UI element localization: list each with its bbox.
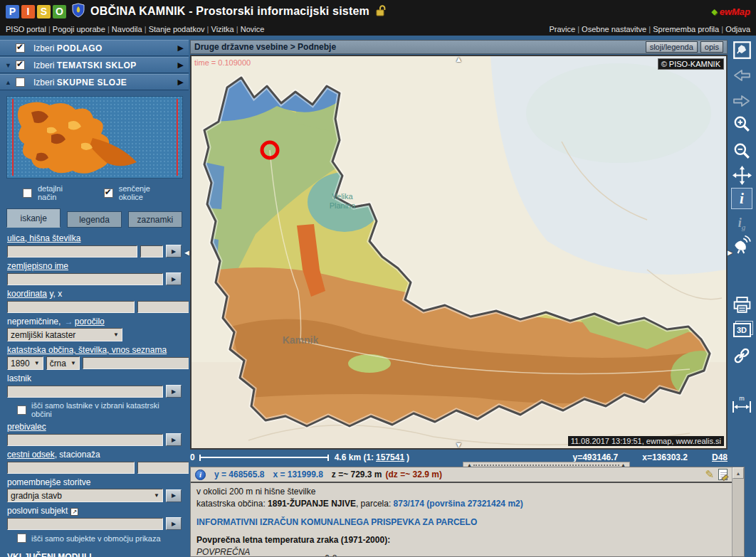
scale-denominator-link[interactable]: 157541 <box>376 452 404 462</box>
3d-view-button[interactable]: 3D <box>730 319 754 341</box>
splitter-handle[interactable] <box>473 465 619 466</box>
prebivalec-label[interactable]: prebivalec <box>7 422 182 432</box>
tematski-checkbox[interactable]: ✔ <box>16 60 25 70</box>
temperature-label: POVPREČNA TEMP. [°C]: <box>196 546 273 556</box>
search-form: ulica, hišna številka ▶ zemljepisno ime … <box>7 233 182 543</box>
pan-south-icon[interactable]: ▼ <box>455 441 463 449</box>
pan-west-icon[interactable]: ◄ <box>183 248 191 256</box>
zemljepisno-search-button[interactable]: ▶ <box>166 272 182 285</box>
select-arrow-icon: ▼ <box>149 492 159 499</box>
katastrska-barva-select[interactable]: črna▼ <box>46 356 80 370</box>
modules-title[interactable]: VKLJUČENI MODULI <box>7 552 182 557</box>
nav-pogoji-uporabe[interactable]: Pogoji uporabe <box>53 25 112 33</box>
storitve-search-button[interactable]: ▶ <box>166 489 182 502</box>
workspace: ✔ Izberi PODLAGO ▶ ▼ ✔ Izberi TEMATSKI S… <box>0 36 756 557</box>
nav-sprememba-profila[interactable]: Sprememba profila <box>653 25 725 33</box>
prebivalec-search-button[interactable]: ▶ <box>166 433 182 446</box>
storitve-select[interactable]: gradnja stavb▼ <box>7 489 163 502</box>
nav-piso-portal[interactable]: PISO portal <box>6 25 53 33</box>
report-icon[interactable] <box>718 469 728 480</box>
temperature-row: POVPREČNA TEMP. [°C]: 6-8 <box>196 546 726 556</box>
tab-iskanje[interactable]: iskanje <box>6 208 61 228</box>
temperature-section-title: Povprečna letna temperatura zraka (1971-… <box>196 534 726 546</box>
back-button[interactable] <box>730 64 754 87</box>
external-link-icon[interactable]: ↗ <box>70 508 78 516</box>
measure-tool-button[interactable]: m <box>730 396 754 418</box>
parcel-link[interactable]: 873/174 (površina 27321424 m2) <box>394 499 523 509</box>
accordion-podlago[interactable]: ✔ Izberi PODLAGO ▶ <box>0 40 189 56</box>
gps-tool-button[interactable] <box>730 233 754 256</box>
poslovni-subjekt-input[interactable] <box>7 518 163 530</box>
ulica-label[interactable]: ulica, hišna številka <box>7 233 182 243</box>
koordinata-x-input[interactable] <box>137 301 189 313</box>
zoom-in-button[interactable] <box>730 112 754 135</box>
open-tematski-icon[interactable]: ▶ <box>178 60 184 70</box>
nav-odjava[interactable]: Odjava <box>725 25 750 33</box>
lastnik-search-button[interactable]: ▶ <box>166 385 182 398</box>
tab-zaznamki[interactable]: zaznamki <box>128 211 182 228</box>
katastrska-label[interactable]: katastrska občina, številka, vnos seznam… <box>7 345 182 355</box>
map-viewport[interactable]: Velika Planina Kamnik time = 0.109000 © … <box>190 55 728 450</box>
sloji-legenda-button[interactable]: sloji/legenda <box>646 41 698 53</box>
koordinata-label: koordinata y, x <box>7 289 182 299</box>
nav-vizitka[interactable]: Vizitka <box>211 25 241 33</box>
accordion-title: TEMATSKI SKLOP <box>57 60 137 70</box>
identify-group-tool-button[interactable]: ig <box>730 212 754 235</box>
cestni-odsek-input[interactable] <box>7 462 135 474</box>
porocilo-link[interactable]: poročilo <box>75 317 105 327</box>
forward-button[interactable] <box>730 90 754 112</box>
nav-stanje-podatkov[interactable]: Stanje podatkov <box>149 25 211 33</box>
podlago-checkbox[interactable]: ✔ <box>16 43 25 53</box>
detajlni-nacin-checkbox[interactable] <box>23 189 32 198</box>
nepremicnine-select[interactable]: zemljiški kataster▼ <box>7 328 122 341</box>
collapse-icon[interactable]: ▼ <box>5 62 16 69</box>
zemljepisno-ime-input[interactable] <box>7 273 163 285</box>
full-extent-button[interactable] <box>730 38 754 61</box>
accordion-skupne-sloje[interactable]: ▲ Izberi SKUPNE SLOJE ▶ <box>0 74 189 90</box>
accordion-prefix: Izberi <box>33 60 54 70</box>
title-bar: P I S O OBČINA KAMNIK - Prostorski infor… <box>0 0 756 23</box>
print-button[interactable] <box>730 293 754 316</box>
ulica-input[interactable] <box>7 245 137 258</box>
open-skupne-icon[interactable]: ▶ <box>178 78 184 87</box>
pan-tool-button[interactable] <box>730 164 754 186</box>
accordion-tematski-sklop[interactable]: ▼ ✔ Izberi TEMATSKI SKLOP ▶ <box>0 57 189 73</box>
zemljepisno-ime-label[interactable]: zemljepisno ime <box>7 261 182 271</box>
lastnik-input[interactable] <box>7 386 163 398</box>
zoom-out-button[interactable] <box>730 139 754 162</box>
sencenje-okolice-checkbox[interactable]: ✔ <box>104 189 113 198</box>
subjekti-obmocje-checkbox[interactable] <box>17 534 26 543</box>
climate-map: Velika Planina Kamnik <box>191 56 726 448</box>
datum-link[interactable]: D48 <box>712 452 728 462</box>
edit-pencil-icon[interactable]: ✎ <box>705 468 714 481</box>
skupne-checkbox[interactable] <box>16 78 25 87</box>
nav-novice[interactable]: Novice <box>241 25 265 33</box>
poslovni-search-button[interactable]: ▶ <box>166 517 182 530</box>
parcela-stevilka-input[interactable] <box>83 357 189 369</box>
map-toolbar: i ig 3D m <box>728 36 756 557</box>
nav-osebne-nastavitve[interactable]: Osebne nastavitve <box>582 25 653 33</box>
overview-map-thumbnail[interactable] <box>6 96 183 179</box>
share-link-button[interactable] <box>730 344 754 367</box>
stacionaza-input[interactable] <box>137 462 189 474</box>
info-coord-dz: (dz =~ 32.9 m) <box>386 470 442 479</box>
komunalni-prispevek-title: INFORMATIVNI IZRAČUN KOMUNALNEGA PRISPEV… <box>196 516 726 529</box>
expand-icon[interactable]: ▲ <box>5 79 16 86</box>
identify-tool-button[interactable]: i <box>731 188 752 209</box>
nav-navodila[interactable]: Navodila <box>112 25 149 33</box>
feature-info-panel: i y = 468565.8 x = 131999.8 z =~ 729.3 m… <box>190 467 745 557</box>
opis-button[interactable]: opis <box>700 41 723 53</box>
sencenje-okolice-label: senčenje okolice <box>119 184 164 201</box>
piso-logo[interactable]: P I S O <box>6 5 66 18</box>
prebivalec-input[interactable] <box>7 434 163 446</box>
open-podlago-icon[interactable]: ▶ <box>178 43 184 53</box>
hisna-stevilka-input[interactable] <box>140 245 163 258</box>
koordinata-y-input[interactable] <box>7 301 135 313</box>
katastrska-obcina-select[interactable]: 1890▼ <box>7 356 43 370</box>
menu-bar: PISO portal Pogoji uporabe Navodila Stan… <box>0 23 756 36</box>
lastniki-ko-checkbox[interactable] <box>17 405 26 415</box>
pan-north-icon[interactable]: ▲ <box>455 55 463 63</box>
nav-pravice[interactable]: Pravice <box>549 25 582 33</box>
tab-legenda[interactable]: legenda <box>67 211 121 228</box>
ulica-search-button[interactable]: ▶ <box>166 245 182 258</box>
